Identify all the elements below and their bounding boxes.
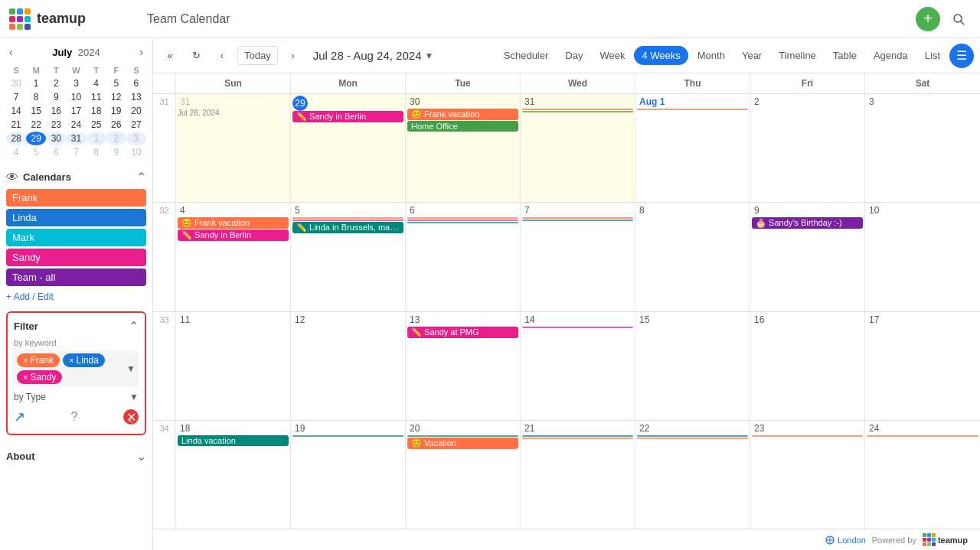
day-cell-jul31[interactable]: 31 [521, 94, 635, 202]
event-sandy-berlin-row1[interactable]: ✏️ Sandy in Berlin [292, 111, 403, 122]
day-cell-aug3[interactable]: 3 [865, 94, 980, 202]
day-cell-aug19[interactable]: 19 [291, 421, 406, 529]
mini-cal-next[interactable]: › [136, 44, 146, 60]
event-linda-vac-tue[interactable] [407, 435, 518, 437]
event-vacation-w34-fri[interactable] [752, 435, 863, 437]
calendars-collapse-icon[interactable]: ⌃ [136, 170, 146, 184]
event-linda-vacation[interactable]: Linda vacation [178, 435, 289, 446]
day-cell-aug17[interactable]: 17 [865, 312, 980, 420]
mini-cal-day[interactable]: 18 [87, 104, 106, 118]
day-cell-jul30[interactable]: 30 😊 Frank vacation Home Office [406, 94, 521, 202]
mini-cal-day[interactable]: 3 [66, 76, 86, 90]
event-sandy-berlin-w32-tue[interactable] [407, 220, 518, 221]
mini-cal-day[interactable]: 4 [87, 76, 106, 90]
nav-first-button[interactable]: « [159, 45, 181, 67]
day-cell-aug10[interactable]: 10 [865, 203, 980, 311]
day-cell-aug16[interactable]: 16 [750, 312, 865, 420]
day-cell-jul29[interactable]: 29 ✏️ Sandy in Berlin [291, 94, 406, 202]
tab-scheduler[interactable]: Scheduler [496, 46, 557, 65]
mini-cal-day[interactable]: 26 [106, 118, 126, 132]
tab-list[interactable]: List [917, 46, 948, 65]
filter-type-dropdown-icon[interactable]: ▼ [129, 392, 139, 402]
filter-tag-frank[interactable]: × Frank [17, 353, 60, 367]
filter-tag-sandy[interactable]: × Sandy [17, 370, 62, 384]
event-frank-vacation-row1b[interactable] [522, 109, 633, 110]
mini-cal-day[interactable]: 27 [126, 118, 146, 132]
event-home-office-row1[interactable]: Home Office [407, 121, 518, 132]
tab-table[interactable]: Table [825, 46, 864, 65]
mini-cal-day[interactable]: 21 [6, 118, 26, 132]
filter-tag-sandy-remove[interactable]: × [23, 373, 28, 382]
day-cell-aug14[interactable]: 14 [521, 312, 635, 420]
mini-cal-day[interactable]: 9 [106, 145, 126, 159]
event-sandy-berlin-w32[interactable]: ✏️ Sandy in Berlin [178, 229, 289, 241]
mini-cal-day[interactable]: 20 [126, 104, 146, 118]
calendar-item-frank[interactable]: Frank [6, 189, 146, 207]
day-cell-aug8[interactable]: 8 [635, 203, 750, 311]
mini-cal-day[interactable]: 1 [26, 76, 46, 90]
mini-cal-day[interactable]: 7 [66, 145, 86, 159]
day-cell-aug9[interactable]: 9 🎂 Sandy's Birthday :-) [750, 203, 865, 311]
menu-button[interactable]: ☰ [949, 44, 974, 68]
event-sandy-berlin-w32-mon[interactable] [292, 220, 403, 221]
day-cell-aug20[interactable]: 20 😊 Vacation [406, 421, 521, 529]
mini-cal-day[interactable]: 19 [106, 104, 126, 118]
mini-cal-day[interactable]: 30 [6, 76, 26, 90]
mini-cal-day[interactable]: 6 [126, 76, 146, 90]
add-edit-link[interactable]: + Add / Edit [6, 288, 146, 305]
mini-cal-day[interactable]: 3 [126, 132, 146, 145]
filter-collapse-icon[interactable]: ⌃ [129, 319, 139, 334]
mini-cal-day[interactable]: 2 [106, 132, 126, 145]
mini-cal-day[interactable]: 9 [46, 90, 66, 104]
mini-cal-day[interactable]: 14 [6, 104, 26, 118]
mini-cal-day[interactable]: 31 [66, 132, 86, 145]
day-cell-aug6[interactable]: 6 [406, 203, 521, 311]
event-frank-vac-w32-tue[interactable] [407, 217, 518, 219]
mini-cal-day[interactable]: 8 [26, 90, 46, 104]
filter-tag-frank-remove[interactable]: × [23, 356, 28, 365]
day-cell-aug7[interactable]: 7 [521, 203, 635, 311]
filter-tag-linda[interactable]: × Linda [63, 353, 105, 367]
mini-cal-day[interactable]: 6 [46, 145, 66, 159]
event-vacation-w34-sat[interactable] [867, 435, 978, 437]
mini-cal-prev[interactable]: ‹ [6, 44, 16, 60]
today-button[interactable]: Today [237, 46, 278, 65]
mini-cal-day[interactable]: 16 [46, 104, 66, 118]
date-range-dropdown-icon[interactable]: ▼ [424, 50, 433, 61]
nav-next-button[interactable]: › [283, 45, 304, 67]
calendar-item-sandy[interactable]: Sandy [6, 249, 146, 266]
day-cell-aug2[interactable]: 2 [750, 94, 865, 202]
day-cell-aug15[interactable]: 15 [635, 312, 750, 420]
calendar-item-linda[interactable]: Linda [6, 209, 146, 226]
mini-cal-day[interactable]: 28 [6, 132, 26, 145]
filter-dropdown-icon[interactable]: ▼ [126, 363, 136, 374]
mini-cal-day[interactable]: 10 [66, 90, 86, 104]
mini-cal-day[interactable]: 11 [87, 90, 106, 104]
visibility-icon[interactable]: 👁 [6, 171, 18, 184]
mini-cal-day[interactable]: 8 [87, 145, 106, 159]
event-frank-vac-w32-mon[interactable] [292, 217, 403, 219]
filter-tag-linda-remove[interactable]: × [69, 356, 74, 365]
event-linda-brussels[interactable]: ✏️ Linda in Brussels, marketing practice… [292, 222, 403, 233]
tab-agenda[interactable]: Agenda [866, 46, 916, 65]
event-linda-vac-wed[interactable] [522, 435, 633, 437]
mini-cal-day[interactable]: 25 [87, 118, 106, 132]
event-sandy-pmg-wed[interactable] [522, 327, 633, 328]
event-frank-vacation-row1[interactable]: 😊 Frank vacation [407, 109, 518, 120]
mini-cal-day[interactable]: 15 [26, 104, 46, 118]
tab-month[interactable]: Month [690, 46, 733, 65]
nav-refresh-button[interactable]: ↻ [185, 45, 207, 67]
mini-cal-day-today[interactable]: 29 [26, 132, 46, 145]
tab-timeline[interactable]: Timeline [771, 46, 824, 65]
event-home-office-row1b[interactable] [522, 111, 633, 112]
event-frank-vacation-row1c[interactable] [637, 109, 748, 110]
location-link[interactable]: London [825, 535, 866, 545]
day-cell-aug23[interactable]: 23 [750, 421, 865, 529]
about-header[interactable]: About ⌄ [6, 444, 146, 468]
calendars-header[interactable]: 👁 Calendars ⌃ [6, 165, 146, 189]
mini-cal-day[interactable]: 2 [46, 76, 66, 90]
mini-cal-day[interactable]: 5 [26, 145, 46, 159]
event-linda-vac-thu[interactable] [637, 435, 748, 437]
day-cell-aug4[interactable]: 4 😊 Frank vacation ✏️ Sandy in Berlin [176, 203, 291, 311]
tab-day[interactable]: Day [557, 46, 590, 65]
